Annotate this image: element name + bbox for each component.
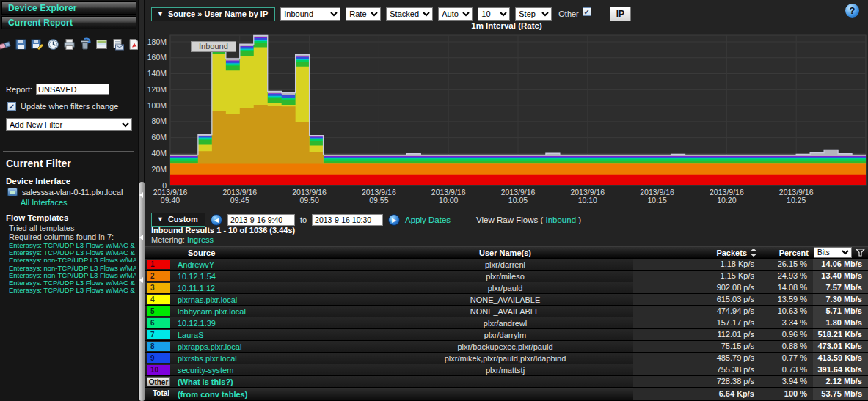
rank-cell: 9 bbox=[145, 353, 172, 364]
stacked-area-chart[interactable]: 020M40M60M80M100M120M140M160M180M2013/9/… bbox=[145, 32, 868, 208]
packets-cell: 1.15 Kp/s bbox=[633, 271, 762, 282]
rank-color-swatch: 1 bbox=[147, 260, 170, 269]
source-link[interactable]: plxrapps.plxr.local bbox=[172, 342, 377, 351]
header-source[interactable]: Source bbox=[172, 249, 377, 257]
eraser-icon[interactable] bbox=[0, 37, 12, 51]
source-link[interactable]: 10.11.1.12 bbox=[172, 284, 377, 293]
x-axis-label: 2013/9/1610:25 bbox=[779, 188, 814, 205]
report-actions-toolbar bbox=[0, 35, 138, 53]
table-body: 1AndrewvYplxr/darrenl1.18 Kp/s26.15 %14.… bbox=[145, 259, 868, 401]
header-percent[interactable]: Percent bbox=[762, 249, 813, 257]
delete-icon[interactable] bbox=[79, 37, 92, 51]
rank-color-swatch: 7 bbox=[147, 330, 170, 339]
rank-cell: Other bbox=[145, 376, 172, 387]
email-report-icon[interactable] bbox=[111, 37, 125, 51]
device-explorer-panel-header[interactable]: Device Explorer bbox=[1, 1, 136, 15]
top-n-select[interactable]: 10 bbox=[478, 7, 510, 21]
table-row: 7LauraSplxr/darrylm112.01 p/s0.96 %518.2… bbox=[145, 329, 868, 341]
packets-cell: 112.01 p/s bbox=[633, 329, 762, 340]
ip-toggle-button[interactable]: IP bbox=[610, 7, 631, 21]
units-select[interactable]: Bits bbox=[814, 247, 852, 258]
apply-dates-link[interactable]: Apply Dates bbox=[405, 216, 451, 224]
source-link[interactable]: security-system bbox=[172, 366, 377, 375]
rank-color-swatch: 3 bbox=[147, 283, 170, 293]
header-users[interactable]: User Name(s) bbox=[377, 249, 633, 257]
source-link[interactable]: 10.12.1.54 bbox=[172, 272, 377, 281]
source-link[interactable]: plxrsbs.plxr.local bbox=[172, 354, 377, 363]
results-summary: Inbound Results 1 - 10 of 1036 (3.44s) bbox=[151, 226, 295, 235]
metric-select[interactable]: Rate bbox=[346, 7, 381, 21]
chart-legend-tooltip: Inbound bbox=[191, 41, 236, 52]
report-name-input[interactable] bbox=[36, 84, 109, 95]
scrollbar-thumb[interactable] bbox=[139, 182, 145, 401]
schedule-icon[interactable] bbox=[46, 37, 60, 51]
current-report-panel-header[interactable]: Current Report bbox=[1, 16, 136, 29]
y-axis-label: 20M bbox=[152, 165, 167, 174]
metering-ingress-link[interactable]: Ingress bbox=[187, 235, 214, 244]
sort-icon[interactable] bbox=[750, 249, 757, 257]
printer-icon[interactable] bbox=[62, 37, 76, 51]
rank-cell: 8 bbox=[145, 341, 172, 352]
view-raw-prefix: View Raw Flows ( bbox=[476, 216, 543, 224]
help-icon[interactable]: ? bbox=[845, 4, 859, 18]
header-packets[interactable]: Packets bbox=[633, 249, 762, 257]
direction-select[interactable]: Inbound bbox=[280, 7, 340, 21]
report-table-icon[interactable] bbox=[95, 37, 109, 51]
interval-select[interactable]: Auto bbox=[438, 7, 473, 21]
report-type-selector[interactable]: ▼ Source » User Name by IP bbox=[151, 7, 275, 21]
to-label: to bbox=[300, 216, 307, 224]
collapse-left-icon[interactable] bbox=[139, 277, 143, 283]
y-axis-label: 100M bbox=[147, 101, 167, 110]
percent-cell: 10.63 % bbox=[762, 306, 813, 317]
sidebar-scrollbar[interactable] bbox=[138, 0, 145, 401]
total-source-link[interactable]: (from conv tables) bbox=[172, 390, 377, 399]
save-icon[interactable] bbox=[14, 37, 28, 51]
update-filters-label: Update when filters change bbox=[21, 102, 118, 111]
filter-funnel-icon[interactable] bbox=[856, 249, 865, 257]
bits-cell: 13.40 Mb/s bbox=[813, 271, 868, 282]
bits-cell: 391.64 Kb/s bbox=[813, 364, 868, 375]
step-select[interactable]: Step bbox=[515, 7, 552, 21]
y-axis-label: 160M bbox=[147, 53, 167, 62]
source-link[interactable]: LauraS bbox=[172, 331, 377, 339]
update-filters-checkbox[interactable]: ✓ bbox=[7, 102, 16, 111]
header-packets-label: Packets bbox=[716, 249, 747, 257]
collapse-left-icon[interactable] bbox=[139, 192, 143, 198]
traffic-chart[interactable]: 020M40M60M80M100M120M140M160M180M2013/9/… bbox=[145, 32, 868, 208]
table-row: 1AndrewvYplxr/darrenl1.18 Kp/s26.15 %14.… bbox=[145, 259, 868, 271]
rank-cell: 6 bbox=[145, 317, 172, 328]
usernames-cell: plxr/darrenl bbox=[377, 260, 633, 269]
rank-color-swatch: 9 bbox=[147, 353, 170, 363]
other-toggle-row: Other ✓ bbox=[558, 10, 591, 18]
tried-templates-text: Tried all templates bbox=[9, 224, 74, 232]
source-link[interactable]: AndrewvY bbox=[172, 260, 377, 269]
timeframe-selector[interactable]: ▼ Custom bbox=[151, 213, 205, 227]
other-checkbox[interactable]: ✓ bbox=[583, 7, 591, 16]
collapse-left-icon[interactable] bbox=[139, 235, 143, 240]
all-interfaces-link[interactable]: All Interfaces bbox=[21, 198, 68, 207]
results-table: Source User Name(s) Packets Percent Bits… bbox=[145, 246, 868, 401]
save-as-icon[interactable] bbox=[30, 37, 44, 51]
flow-template-link[interactable]: Enterasys: TCP/UDP L3 Flows w/MAC & VLAN bbox=[9, 287, 136, 294]
bits-cell: 53.75 Mb/s bbox=[813, 388, 868, 400]
x-axis-label: 2013/9/1609:40 bbox=[153, 188, 188, 205]
graph-style-select[interactable]: Stacked bbox=[386, 7, 433, 21]
other-source-link[interactable]: (What is this?) bbox=[172, 378, 377, 386]
x-axis-label: 2013/9/1610:05 bbox=[501, 188, 536, 205]
next-timeframe-button[interactable]: ▶ bbox=[388, 214, 400, 226]
date-from-input[interactable] bbox=[227, 214, 295, 226]
source-link[interactable]: 10.12.1.39 bbox=[172, 319, 377, 328]
source-link[interactable]: plxrnas.plxr.local bbox=[172, 295, 377, 304]
rank-color-swatch: 2 bbox=[147, 271, 170, 281]
prev-timeframe-button[interactable]: ◀ bbox=[211, 214, 222, 226]
bits-cell: 7.57 Mb/s bbox=[813, 282, 868, 293]
header-bits: Bits bbox=[813, 247, 868, 258]
other-label: Other bbox=[558, 10, 579, 18]
view-raw-inbound-link[interactable]: Inbound bbox=[545, 216, 576, 224]
metering-row: Metering: Ingress bbox=[151, 235, 214, 244]
rank-cell: 2 bbox=[145, 271, 172, 282]
add-new-filter-select[interactable]: Add New Filter bbox=[6, 118, 132, 131]
date-to-input[interactable] bbox=[312, 214, 383, 226]
source-link[interactable]: lobbycam.plxr.local bbox=[172, 307, 377, 316]
table-row: 310.11.1.12plxr/pauld902.08 p/s14.08 %7.… bbox=[145, 282, 868, 294]
